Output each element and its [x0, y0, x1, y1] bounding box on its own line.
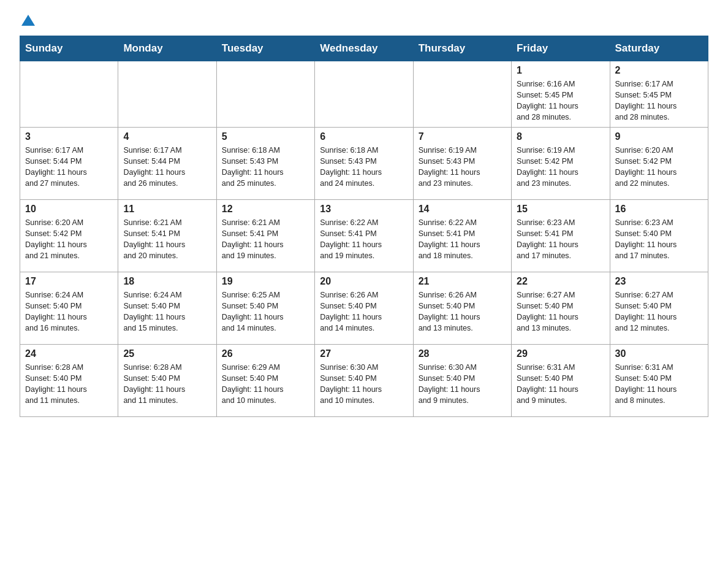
day-info: Sunrise: 6:19 AM Sunset: 5:43 PM Dayligh… — [419, 145, 506, 190]
day-header-sunday: Sunday — [20, 36, 118, 61]
day-number: 18 — [123, 276, 211, 287]
day-number: 6 — [320, 131, 408, 142]
day-header-saturday: Saturday — [610, 36, 708, 61]
day-number: 10 — [25, 204, 113, 215]
calendar-cell: 3Sunrise: 6:17 AM Sunset: 5:44 PM Daylig… — [20, 127, 118, 199]
calendar-cell — [413, 61, 511, 128]
day-number: 1 — [517, 65, 604, 76]
day-info: Sunrise: 6:24 AM Sunset: 5:40 PM Dayligh… — [123, 289, 211, 334]
day-number: 11 — [123, 204, 211, 215]
day-header-wednesday: Wednesday — [315, 36, 413, 61]
day-info: Sunrise: 6:26 AM Sunset: 5:40 PM Dayligh… — [320, 289, 408, 334]
day-header-monday: Monday — [118, 36, 216, 61]
day-number: 17 — [25, 276, 113, 287]
day-info: Sunrise: 6:17 AM Sunset: 5:44 PM Dayligh… — [25, 145, 113, 190]
calendar-table: SundayMondayTuesdayWednesdayThursdayFrid… — [20, 36, 708, 417]
day-info: Sunrise: 6:20 AM Sunset: 5:42 PM Dayligh… — [25, 217, 113, 262]
day-number: 9 — [615, 131, 703, 142]
calendar-cell: 29Sunrise: 6:31 AM Sunset: 5:40 PM Dayli… — [512, 344, 610, 416]
calendar-cell — [216, 61, 314, 128]
day-number: 13 — [320, 204, 408, 215]
day-info: Sunrise: 6:30 AM Sunset: 5:40 PM Dayligh… — [419, 362, 506, 407]
day-number: 28 — [419, 348, 506, 359]
calendar-cell — [315, 61, 413, 128]
calendar-cell: 9Sunrise: 6:20 AM Sunset: 5:42 PM Daylig… — [610, 127, 708, 199]
calendar-cell: 4Sunrise: 6:17 AM Sunset: 5:44 PM Daylig… — [118, 127, 216, 199]
calendar-week-row: 3Sunrise: 6:17 AM Sunset: 5:44 PM Daylig… — [20, 127, 708, 199]
calendar-cell: 21Sunrise: 6:26 AM Sunset: 5:40 PM Dayli… — [413, 272, 511, 344]
day-info: Sunrise: 6:22 AM Sunset: 5:41 PM Dayligh… — [419, 217, 506, 262]
calendar-cell: 19Sunrise: 6:25 AM Sunset: 5:40 PM Dayli… — [216, 272, 314, 344]
calendar-cell: 6Sunrise: 6:18 AM Sunset: 5:43 PM Daylig… — [315, 127, 413, 199]
day-info: Sunrise: 6:31 AM Sunset: 5:40 PM Dayligh… — [615, 362, 703, 407]
day-number: 22 — [517, 276, 604, 287]
day-number: 29 — [517, 348, 604, 359]
day-info: Sunrise: 6:31 AM Sunset: 5:40 PM Dayligh… — [517, 362, 604, 407]
calendar-week-row: 17Sunrise: 6:24 AM Sunset: 5:40 PM Dayli… — [20, 272, 708, 344]
day-header-tuesday: Tuesday — [216, 36, 314, 61]
day-info: Sunrise: 6:18 AM Sunset: 5:43 PM Dayligh… — [222, 145, 309, 190]
day-info: Sunrise: 6:26 AM Sunset: 5:40 PM Dayligh… — [419, 289, 506, 334]
day-number: 19 — [222, 276, 309, 287]
logo-icon — [21, 15, 35, 26]
day-number: 8 — [517, 131, 604, 142]
calendar-cell — [118, 61, 216, 128]
calendar-cell: 25Sunrise: 6:28 AM Sunset: 5:40 PM Dayli… — [118, 344, 216, 416]
day-info: Sunrise: 6:30 AM Sunset: 5:40 PM Dayligh… — [320, 362, 408, 407]
day-header-thursday: Thursday — [413, 36, 511, 61]
calendar-cell: 28Sunrise: 6:30 AM Sunset: 5:40 PM Dayli… — [413, 344, 511, 416]
day-info: Sunrise: 6:27 AM Sunset: 5:40 PM Dayligh… — [615, 289, 703, 334]
logo — [20, 15, 35, 26]
calendar-cell: 30Sunrise: 6:31 AM Sunset: 5:40 PM Dayli… — [610, 344, 708, 416]
calendar-cell: 2Sunrise: 6:17 AM Sunset: 5:45 PM Daylig… — [610, 61, 708, 128]
day-info: Sunrise: 6:22 AM Sunset: 5:41 PM Dayligh… — [320, 217, 408, 262]
calendar-cell: 16Sunrise: 6:23 AM Sunset: 5:40 PM Dayli… — [610, 199, 708, 272]
day-number: 14 — [419, 204, 506, 215]
day-number: 7 — [419, 131, 506, 142]
day-info: Sunrise: 6:17 AM Sunset: 5:44 PM Dayligh… — [123, 145, 211, 190]
day-number: 16 — [615, 204, 703, 215]
calendar-cell: 14Sunrise: 6:22 AM Sunset: 5:41 PM Dayli… — [413, 199, 511, 272]
day-info: Sunrise: 6:29 AM Sunset: 5:40 PM Dayligh… — [222, 362, 309, 407]
day-info: Sunrise: 6:20 AM Sunset: 5:42 PM Dayligh… — [615, 145, 703, 190]
calendar-cell: 7Sunrise: 6:19 AM Sunset: 5:43 PM Daylig… — [413, 127, 511, 199]
day-info: Sunrise: 6:27 AM Sunset: 5:40 PM Dayligh… — [517, 289, 604, 334]
day-number: 15 — [517, 204, 604, 215]
day-info: Sunrise: 6:28 AM Sunset: 5:40 PM Dayligh… — [123, 362, 211, 407]
day-number: 24 — [25, 348, 113, 359]
day-number: 2 — [615, 65, 703, 76]
day-info: Sunrise: 6:25 AM Sunset: 5:40 PM Dayligh… — [222, 289, 309, 334]
day-number: 12 — [222, 204, 309, 215]
calendar-cell: 20Sunrise: 6:26 AM Sunset: 5:40 PM Dayli… — [315, 272, 413, 344]
day-number: 26 — [222, 348, 309, 359]
day-info: Sunrise: 6:21 AM Sunset: 5:41 PM Dayligh… — [123, 217, 211, 262]
calendar-cell: 8Sunrise: 6:19 AM Sunset: 5:42 PM Daylig… — [512, 127, 610, 199]
day-info: Sunrise: 6:24 AM Sunset: 5:40 PM Dayligh… — [25, 289, 113, 334]
calendar-cell: 23Sunrise: 6:27 AM Sunset: 5:40 PM Dayli… — [610, 272, 708, 344]
calendar-cell: 10Sunrise: 6:20 AM Sunset: 5:42 PM Dayli… — [20, 199, 118, 272]
calendar-cell: 22Sunrise: 6:27 AM Sunset: 5:40 PM Dayli… — [512, 272, 610, 344]
day-number: 27 — [320, 348, 408, 359]
day-number: 25 — [123, 348, 211, 359]
calendar-cell: 5Sunrise: 6:18 AM Sunset: 5:43 PM Daylig… — [216, 127, 314, 199]
calendar-week-row: 10Sunrise: 6:20 AM Sunset: 5:42 PM Dayli… — [20, 199, 708, 272]
calendar-cell: 24Sunrise: 6:28 AM Sunset: 5:40 PM Dayli… — [20, 344, 118, 416]
day-number: 23 — [615, 276, 703, 287]
calendar-cell: 15Sunrise: 6:23 AM Sunset: 5:41 PM Dayli… — [512, 199, 610, 272]
calendar-week-row: 24Sunrise: 6:28 AM Sunset: 5:40 PM Dayli… — [20, 344, 708, 416]
day-header-friday: Friday — [512, 36, 610, 61]
calendar-cell: 12Sunrise: 6:21 AM Sunset: 5:41 PM Dayli… — [216, 199, 314, 272]
calendar-cell: 26Sunrise: 6:29 AM Sunset: 5:40 PM Dayli… — [216, 344, 314, 416]
logo-blue — [20, 15, 35, 26]
day-info: Sunrise: 6:18 AM Sunset: 5:43 PM Dayligh… — [320, 145, 408, 190]
day-info: Sunrise: 6:19 AM Sunset: 5:42 PM Dayligh… — [517, 145, 604, 190]
day-info: Sunrise: 6:16 AM Sunset: 5:45 PM Dayligh… — [517, 79, 604, 123]
calendar-cell — [20, 61, 118, 128]
calendar-cell: 17Sunrise: 6:24 AM Sunset: 5:40 PM Dayli… — [20, 272, 118, 344]
page-header — [20, 15, 708, 26]
day-number: 30 — [615, 348, 703, 359]
day-number: 5 — [222, 131, 309, 142]
day-info: Sunrise: 6:28 AM Sunset: 5:40 PM Dayligh… — [25, 362, 113, 407]
day-info: Sunrise: 6:23 AM Sunset: 5:40 PM Dayligh… — [615, 217, 703, 262]
calendar-cell: 11Sunrise: 6:21 AM Sunset: 5:41 PM Dayli… — [118, 199, 216, 272]
